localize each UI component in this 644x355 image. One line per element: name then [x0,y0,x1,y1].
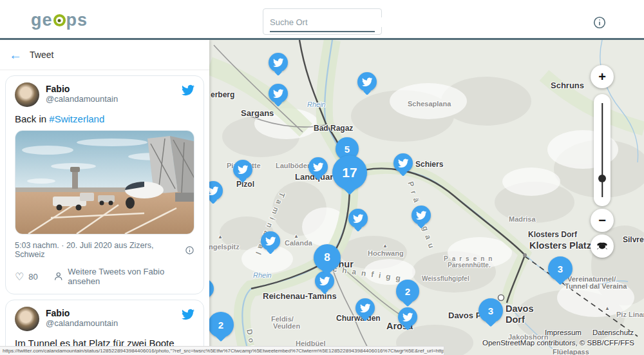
map-marker-tweet[interactable] [269,53,288,72]
twitter-bird-icon [313,162,324,173]
map-label: Rhein [253,271,272,279]
map-marker-cluster[interactable]: 3 [478,298,503,323]
map-label: Silvretta [623,235,644,244]
map-label: Schruns [551,81,584,90]
logo-text-left: ge [31,10,53,30]
map-marker-cluster[interactable]: 8 [314,244,341,271]
cluster-count: 3 [488,305,493,316]
like-heart-icon[interactable]: ♡ [15,271,24,283]
map-marker-tweet[interactable] [269,84,288,103]
twitter-bird-icon [362,77,373,88]
twitter-bird-icon [360,303,371,314]
map-label: Schesaplana [408,100,451,108]
tweet-card-1: Fabio @calandamountain Back in #Switzerl… [5,75,204,294]
like-count: 80 [28,272,37,282]
person-icon [53,271,63,282]
map-label: Weissfluhgipfel [422,275,469,282]
hashtag-link[interactable]: #Switzerland [49,113,104,124]
attribution-links: Impressum Datenschutz [536,329,634,336]
tweet-info-icon[interactable] [185,245,194,255]
datenschutz-link[interactable]: Datenschutz [592,329,634,336]
more-tweets-link[interactable]: Weitere Tweets von Fabio ansehen [68,267,194,286]
tweet-photo-airport[interactable] [15,130,194,235]
twitter-bird-icon [416,210,427,221]
map-label: Calanda [285,239,312,247]
search-input[interactable] [270,17,383,27]
twitter-bird-icon[interactable] [182,308,194,321]
map-marker-tweet[interactable] [357,72,377,91]
map-marker-tweet[interactable] [315,271,334,291]
cluster-count: 8 [324,251,330,264]
map-label: Veulden [273,322,300,330]
map-label: Flüelapass [553,348,589,355]
map-label: ▲ [383,243,388,249]
twitter-bird-icon [273,57,284,68]
cluster-count: 3 [558,264,563,274]
avatar [15,307,39,331]
tweet-sidebar: ← Tweet Fabio @calandamountain Back in #… [0,40,209,355]
app-info-button[interactable] [592,15,607,30]
cluster-count: 2 [218,320,223,331]
map-marker-tweet[interactable] [393,153,413,173]
twitter-bird-icon [353,213,364,224]
tweet-author-handle: @calandamountain [46,94,182,104]
tweet-text-plain: Back in [15,113,49,124]
map-marker-tweet[interactable] [348,209,368,228]
map-label: Davos [506,303,534,314]
map-marker-tweet[interactable] [308,157,328,177]
app-header: geps [0,0,644,40]
map-label: Tunnel dal Veraina [565,282,627,290]
zoom-slider[interactable] [594,94,611,206]
map-label: erberg [211,90,234,99]
map-label: Sargans [241,108,274,118]
back-arrow-icon[interactable]: ← [9,48,22,61]
map-marker-cluster[interactable]: 17 [332,155,367,190]
avatar [15,82,39,107]
map-label: Klosters Platz [529,240,591,251]
map-marker-tweet[interactable] [261,231,280,251]
zoom-out-button[interactable]: − [591,209,614,232]
tweet-text: Back in #Switzerland [15,113,194,124]
map-label: Bad Ragaz [314,124,353,133]
tweet-timestamp: 5:03 nachm. · 20. Juli 2020 aus Zizers, … [15,241,185,259]
link-status-bar: https://twitter.com/calandamountain/stat… [0,346,444,355]
zoom-slider-line [601,103,603,197]
twitter-bird-icon[interactable] [182,84,194,97]
map-label: Dorf [506,314,525,325]
map-marker-cluster[interactable]: 3 [548,256,573,281]
map-canvas[interactable]: erbergSargansRheinBad RagazSchrunsSchesa… [209,40,644,355]
logo-text-right: ps [66,10,88,30]
twitter-bird-icon [238,164,249,175]
cluster-count: 2 [405,286,410,297]
fly-button[interactable] [591,235,614,258]
tweet-author-name: Fabio [46,308,182,318]
logo-o-ring [53,14,66,26]
zoom-in-button[interactable]: + [591,65,614,88]
twitter-bird-icon [209,186,218,197]
map-marker-tweet[interactable] [355,298,375,318]
zoom-slider-handle[interactable] [598,175,606,182]
map-marker-cluster[interactable]: 2 [396,280,419,303]
map-marker-tweet[interactable] [398,307,417,327]
map-marker-tweet[interactable] [233,160,252,179]
info-icon [592,15,607,30]
map-label: ▲ [294,233,299,239]
twitter-bird-icon [398,158,409,169]
impressum-link[interactable]: Impressum [545,329,582,336]
map-label: Rhein [307,101,326,108]
map-label: Parsennhütte. [448,262,491,269]
twitter-bird-icon [319,276,330,287]
map-label: Laulböden [276,162,312,169]
map-label: Pizol [236,180,254,189]
sidebar-title: Tweet [30,50,53,60]
map-label: Ringelspitz [209,243,240,251]
map-label: Piz Linard [616,311,644,318]
search-box [263,8,382,35]
sidebar-header: ← Tweet [0,40,209,70]
twitter-bird-icon [273,88,284,99]
map-label: Schiers [415,160,443,169]
twitter-bird-icon [265,236,276,247]
fly-icon [596,239,609,252]
map-label: Hochwang [368,249,404,257]
map-marker-tweet[interactable] [412,206,431,225]
